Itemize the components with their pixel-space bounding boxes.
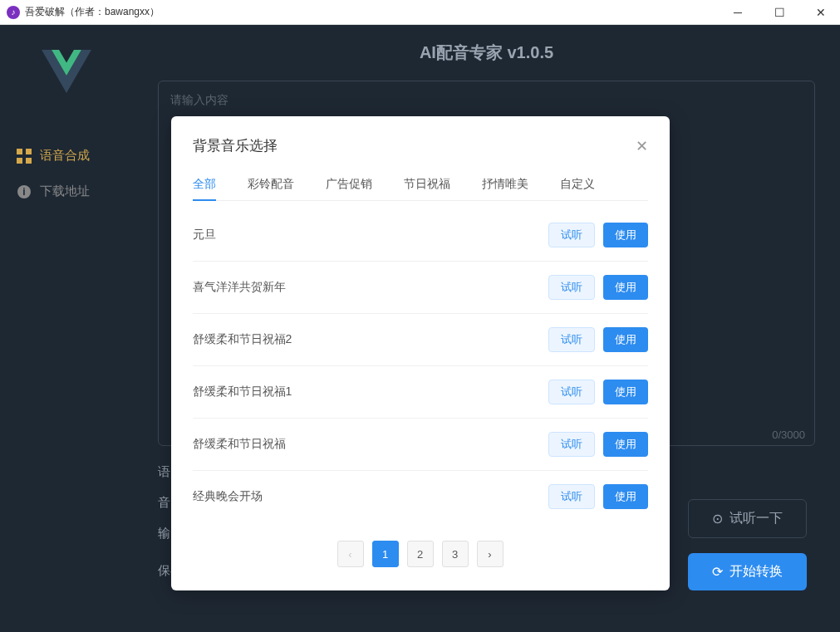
pagination: ‹ 1 2 3 ›: [193, 541, 648, 567]
music-preview-button[interactable]: 试听: [548, 380, 595, 404]
music-name: 舒缓柔和节日祝福1: [193, 385, 292, 399]
tab-festival[interactable]: 节日祝福: [404, 169, 450, 200]
music-item: 喜气洋洋共贺新年 试听 使用: [193, 262, 648, 314]
tab-ringtone[interactable]: 彩铃配音: [248, 169, 294, 200]
music-item: 舒缓柔和节日祝福2 试听 使用: [193, 314, 648, 366]
tab-lyrical[interactable]: 抒情唯美: [482, 169, 528, 200]
page-prev-button[interactable]: ‹: [337, 541, 364, 567]
music-preview-button[interactable]: 试听: [548, 275, 595, 300]
tab-all[interactable]: 全部: [193, 169, 216, 200]
music-use-button[interactable]: 使用: [603, 275, 648, 300]
modal-tabs: 全部 彩铃配音 广告促销 节日祝福 抒情唯美 自定义: [193, 169, 648, 201]
music-preview-button[interactable]: 试听: [548, 484, 595, 509]
page-1-button[interactable]: 1: [372, 541, 399, 567]
music-item: 舒缓柔和节日祝福 试听 使用: [193, 419, 648, 471]
chevron-right-icon: ›: [488, 548, 491, 561]
modal-overlay: 背景音乐选择 ✕ 全部 彩铃配音 广告促销 节日祝福 抒情唯美 自定义 元旦 试…: [0, 25, 840, 632]
music-item: 元旦 试听 使用: [193, 209, 648, 262]
music-use-button[interactable]: 使用: [603, 327, 648, 352]
music-item: 舒缓柔和节日祝福1 试听 使用: [193, 366, 648, 419]
page-2-button[interactable]: 2: [407, 541, 434, 567]
app-icon: ♪: [7, 6, 20, 19]
bgm-modal: 背景音乐选择 ✕ 全部 彩铃配音 广告促销 节日祝福 抒情唯美 自定义 元旦 试…: [171, 116, 670, 590]
music-use-button[interactable]: 使用: [603, 432, 648, 457]
window-controls: ─ ☐ ✕: [725, 6, 833, 19]
music-name: 喜气洋洋共贺新年: [193, 280, 286, 295]
music-use-button[interactable]: 使用: [603, 484, 648, 509]
music-use-button[interactable]: 使用: [603, 380, 648, 404]
minimize-button[interactable]: ─: [725, 6, 750, 19]
music-preview-button[interactable]: 试听: [548, 432, 595, 457]
modal-title: 背景音乐选择: [193, 136, 278, 155]
tab-custom[interactable]: 自定义: [560, 169, 595, 200]
tab-ad[interactable]: 广告促销: [326, 169, 372, 200]
window-titlebar: ♪ 吾爱破解（作者：bawangxx） ─ ☐ ✕: [0, 0, 840, 25]
close-button[interactable]: ✕: [808, 6, 833, 19]
music-item: 经典晚会开场 试听 使用: [193, 471, 648, 522]
window-title: 吾爱破解（作者：bawangxx）: [25, 5, 160, 19]
page-3-button[interactable]: 3: [442, 541, 469, 567]
modal-close-button[interactable]: ✕: [636, 137, 648, 155]
maximize-button[interactable]: ☐: [767, 6, 792, 19]
music-name: 经典晚会开场: [193, 489, 263, 504]
music-use-button[interactable]: 使用: [603, 223, 648, 247]
music-preview-button[interactable]: 试听: [548, 327, 595, 352]
music-list: 元旦 试听 使用 喜气洋洋共贺新年 试听 使用 舒缓柔和节日祝福2 试听 使用: [193, 209, 648, 522]
music-name: 舒缓柔和节日祝福: [193, 437, 286, 452]
music-preview-button[interactable]: 试听: [548, 223, 595, 247]
music-name: 舒缓柔和节日祝福2: [193, 332, 292, 347]
chevron-left-icon: ‹: [348, 548, 351, 561]
music-name: 元旦: [193, 228, 216, 243]
page-next-button[interactable]: ›: [477, 541, 504, 567]
